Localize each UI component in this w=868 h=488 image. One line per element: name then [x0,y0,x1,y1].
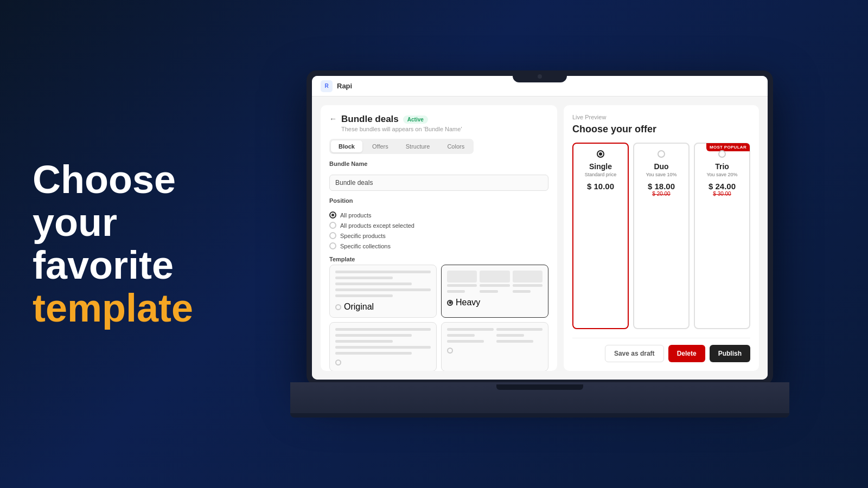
template-card-4-name [447,348,542,354]
template-label: Template [329,256,548,262]
template-card-4-radio [447,348,453,354]
status-badge: Active [403,115,428,124]
template-original[interactable]: Original [329,265,437,318]
save-draft-button[interactable]: Save as draft [605,345,664,362]
radio-label-specific-collections: Specific collections [340,243,391,249]
preview-title: Choose your offer [572,124,750,135]
radio-label-all-products: All products [340,212,371,219]
template-original-label: Original [344,302,374,312]
header-title-row: Bundle deals Active [341,114,462,125]
laptop-screen: R Rapi ← Bu [312,76,768,380]
tab-structure[interactable]: Structure [398,140,438,152]
page-subtitle: These bundles will appears on 'Bundle Na… [341,126,462,132]
publish-button[interactable]: Publish [710,345,750,362]
left-panel: ← Bundle deals Active These bundles will… [321,105,557,371]
laptop-base [290,382,789,418]
offer-card-single[interactable]: Single Standard price $ 10.00 [572,143,629,329]
offer-original-duo: $ 20.00 [652,191,670,197]
header-info: Bundle deals Active These bundles will a… [341,114,462,132]
offer-savings-single: Standard price [585,172,617,177]
bundle-name-label: Bundle Name [329,160,548,167]
radio-circle-specific-collections [329,242,336,249]
hero-line1: Choose [33,158,176,201]
radio-all-except[interactable]: All products except selected [329,222,548,229]
preview-label: Live Preview [572,114,750,120]
hero-title: Choose your favorite template [33,158,201,330]
template-heavy-radio [447,300,453,306]
template-grid: Original [329,265,548,371]
template-card-3[interactable] [329,322,437,371]
offer-card-duo[interactable]: Duo You save 10% $ 18.00 $ 20.00 [633,143,690,329]
offer-price-single: $ 10.00 [587,182,614,191]
popular-badge: MOST POPULAR [706,143,750,151]
laptop-hinge [496,384,583,390]
hero-section: Choose your favorite template [0,115,233,374]
panel-header: ← Bundle deals Active These bundles will… [329,114,548,132]
hero-line4: template [33,286,193,330]
template-card-3-name [335,359,431,365]
tab-colors[interactable]: Colors [439,140,472,152]
offer-name-single: Single [589,162,612,171]
offer-savings-duo: You save 10% [646,172,676,177]
tab-bar: Block Offers Structure Colors [329,139,474,154]
position-section: Position All products All products excep… [329,197,548,249]
laptop-notch [513,70,567,82]
offer-savings-trio: You save 20% [706,172,737,177]
app-logo-icon: R [321,80,333,92]
radio-specific-products[interactable]: Specific products [329,232,548,239]
template-heavy-name: Heavy [447,298,542,307]
radio-all-products[interactable]: All products [329,211,548,219]
app-brand-name: Rapi [337,82,352,90]
bundle-name-section: Bundle Name [329,160,548,191]
radio-circle-specific-products [329,232,336,239]
offer-price-trio: $ 24.00 [709,182,736,191]
radio-circle-all-except [329,222,336,229]
template-original-radio [335,304,341,310]
back-button[interactable]: ← [329,114,337,123]
offer-name-trio: Trio [715,162,729,171]
tab-block[interactable]: Block [331,140,362,152]
radio-label-specific-products: Specific products [340,233,386,239]
radio-specific-collections[interactable]: Specific collections [329,242,548,249]
laptop: R Rapi ← Bu [290,70,789,418]
right-panel: Live Preview Choose your offer Single St… [564,105,759,371]
page-title: Bundle deals [341,114,399,125]
hero-line3: favorite [33,243,174,287]
position-radio-group: All products All products except selecte… [329,211,548,249]
hero-line2: your [33,201,117,244]
template-heavy[interactable]: Heavy [441,265,548,318]
app-main-content: ← Bundle deals Active These bundles will… [312,97,768,380]
laptop-foot [290,413,789,418]
offer-radio-duo [658,150,665,158]
offer-name-duo: Duo [654,162,668,171]
template-card-4[interactable] [441,322,548,371]
offer-card-trio[interactable]: MOST POPULAR Trio You save 20% $ 24.00 $… [694,143,750,329]
app-logo-text: R [324,83,328,89]
action-buttons: Save as draft Delete Publish [572,338,750,362]
offer-radio-trio [718,150,726,158]
bundle-name-input[interactable] [329,175,548,191]
offer-radio-single [597,150,604,158]
template-heavy-label: Heavy [456,298,480,307]
template-card-3-radio [335,359,341,365]
offer-price-duo: $ 18.00 [648,182,675,191]
laptop-bezel: R Rapi ← Bu [307,70,773,385]
radio-label-all-except: All products except selected [340,222,414,229]
tab-offers[interactable]: Offers [365,140,396,152]
delete-button[interactable]: Delete [668,345,705,362]
position-label: Position [329,197,548,204]
radio-circle-all-products [329,211,336,219]
camera-dot [538,74,542,79]
laptop-container: R Rapi ← Bu [233,60,868,428]
template-section: Template [329,256,548,371]
offer-cards-container: Single Standard price $ 10.00 Duo You sa… [572,143,750,329]
offer-original-trio: $ 30.00 [713,191,731,197]
template-original-name: Original [335,302,431,312]
app-container: R Rapi ← Bu [312,76,768,380]
